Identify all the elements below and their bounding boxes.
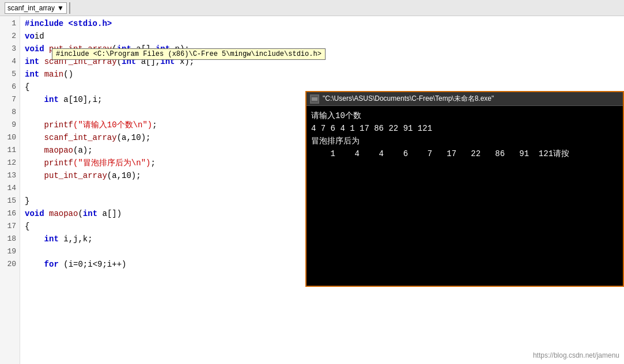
code-segment: [25, 146, 44, 155]
line-number: 10: [0, 131, 16, 144]
toolbar: scanf_int_array ▼: [0, 0, 624, 16]
code-segment: int: [44, 95, 59, 104]
code-line: #include <stdio.h>: [25, 17, 624, 30]
code-segment: maopao: [44, 146, 73, 155]
editor-container: scanf_int_array ▼ 1234567891011121314151…: [0, 0, 624, 364]
toolbar-dropdown[interactable]: scanf_int_array ▼: [5, 2, 67, 14]
code-segment: (i=0;i<9;i++): [59, 260, 127, 269]
terminal-titlebar: "C:\Users\ASUS\Documents\C-Free\Temp\未命名…: [307, 92, 623, 106]
code-segment: ("冒泡排序后为\n"): [73, 158, 150, 168]
code-segment: d: [39, 32, 49, 41]
code-line: void: [25, 30, 624, 43]
code-segment: [25, 158, 44, 168]
line-number: 4: [0, 55, 16, 68]
toolbar-separator: [69, 2, 70, 14]
code-segment: (): [63, 70, 73, 79]
code-segment: [25, 234, 44, 244]
code-segment: scanf_int_array: [44, 133, 117, 142]
code-segment: ;: [152, 120, 157, 130]
code-segment: (a,10);: [107, 171, 141, 180]
code-segment: [25, 171, 44, 180]
code-segment: (: [78, 209, 82, 218]
line-number: 20: [0, 258, 16, 271]
code-segment: vo: [25, 32, 35, 41]
terminal-line: 请输入10个数: [311, 109, 618, 122]
code-segment: main: [44, 70, 64, 79]
code-segment: int: [83, 209, 97, 218]
code-segment: put_int_array: [44, 171, 107, 180]
line-numbers: 1234567891011121314151617181920: [0, 16, 20, 364]
code-segment: [44, 44, 49, 54]
code-segment: i: [35, 32, 39, 41]
line-number: 7: [0, 93, 16, 106]
line-number: 17: [0, 220, 16, 233]
line-number: 9: [0, 119, 16, 131]
code-segment: int: [25, 57, 39, 66]
code-segment: }: [25, 196, 29, 206]
terminal-body: 请输入10个数4 7 6 4 1 17 86 22 91 121冒泡排序后为 1…: [307, 106, 623, 286]
code-segment: printf: [44, 158, 73, 168]
code-segment: (a,10);: [117, 133, 151, 142]
code-segment: []): [107, 209, 122, 218]
code-segment: [25, 133, 44, 142]
line-number: 2: [0, 30, 16, 43]
line-number: 14: [0, 182, 16, 195]
code-segment: for: [44, 260, 59, 269]
code-segment: {: [25, 82, 29, 92]
code-segment: i,j,k;: [59, 234, 93, 244]
code-segment: [49, 32, 63, 41]
line-number: 19: [0, 245, 16, 258]
line-number: 18: [0, 233, 16, 245]
terminal-line: 冒泡排序后为: [311, 135, 618, 147]
line-number: 3: [0, 43, 16, 55]
terminal-icon: [310, 94, 319, 104]
line-number: 6: [0, 81, 16, 93]
code-segment: int: [44, 234, 59, 244]
toolbar-title: scanf_int_array: [7, 4, 55, 12]
line-number: 15: [0, 195, 16, 207]
code-segment: [25, 95, 44, 104]
code-segment: {: [25, 222, 29, 231]
code-segment: (a);: [73, 146, 93, 155]
code-segment: void: [25, 44, 44, 54]
line-number: 8: [0, 106, 16, 119]
terminal-line: 4 7 6 4 1 17 86 22 91 121: [311, 122, 618, 135]
terminal-title: "C:\Users\ASUS\Documents\C-Free\Temp\未命名…: [323, 94, 494, 104]
dropdown-arrow-icon: ▼: [57, 4, 64, 12]
line-number: 12: [0, 157, 16, 169]
code-segment: #include <stdio.h>: [25, 19, 112, 28]
line-number: 13: [0, 169, 16, 182]
code-segment: [39, 57, 44, 66]
line-number: 5: [0, 68, 16, 81]
autocomplete-tooltip: #include <C:\Program Files (x86)\C-Free …: [52, 48, 326, 60]
code-segment: a[10],i;: [59, 95, 103, 104]
terminal-line: 1 4 4 6 7 17 22 86 91 121请按: [311, 147, 618, 160]
code-segment: a: [102, 209, 107, 218]
terminal-window: "C:\Users\ASUS\Documents\C-Free\Temp\未命名…: [305, 91, 624, 287]
line-number: 1: [0, 17, 16, 30]
code-segment: maopao: [49, 209, 78, 218]
svg-rect-1: [312, 97, 317, 101]
line-number: 16: [0, 207, 16, 220]
code-segment: int: [25, 70, 39, 79]
watermark: https://blog.csdn.net/jamenu: [533, 351, 619, 359]
code-segment: ;: [150, 158, 155, 168]
code-segment: [44, 209, 49, 218]
code-segment: printf: [44, 120, 73, 130]
code-segment: [25, 260, 44, 269]
code-segment: void: [25, 209, 44, 218]
tooltip-text: #include <C:\Program Files (x86)\C-Free …: [56, 50, 322, 58]
code-segment: [39, 70, 44, 79]
line-number: 11: [0, 144, 16, 157]
code-segment: [25, 120, 44, 130]
code-segment: ("请输入10个数\n"): [73, 120, 152, 130]
code-line: int main(): [25, 68, 624, 81]
